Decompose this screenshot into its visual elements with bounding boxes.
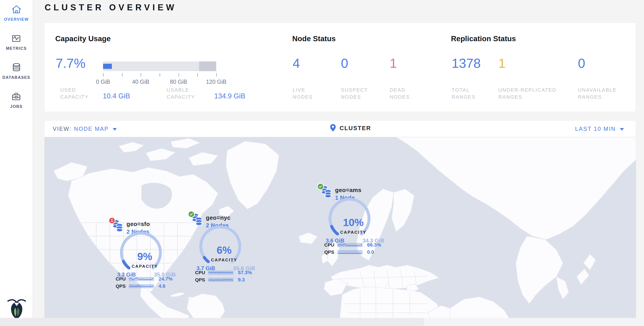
total-ranges-label: TOTALRANGES [452,86,476,100]
qps-metric-row: QPS 4.6 [116,283,166,289]
locality-name: geo=sfo [126,221,150,228]
capacity-bar: 0 GiB40 GiB80 GiB120 GiB [103,61,216,71]
status-badge [317,183,324,190]
breadcrumb: CLUSTER [330,124,371,133]
locality-name: geo=nyc [206,214,231,221]
gauge-percent: 9% [122,250,167,263]
node-map-card: VIEW: NODE MAP CLUSTER LAST 10 MIN [44,121,636,318]
breadcrumb-cluster: CLUSTER [340,125,371,132]
chevron-down-icon [620,128,624,131]
database-icon [11,62,22,73]
qps-metric-row: QPS 0.0 [324,249,374,255]
usable-capacity-label: USABLECAPACITY [167,86,195,100]
capacity-bar-reserved [199,61,216,71]
cpu-metric-row: CPU 24.7% [116,276,172,282]
sidebar-item-label: DATABASES [2,75,30,80]
sidebar-item-label: JOBS [10,104,22,109]
gauge-percent: 6% [202,244,247,256]
sidebar: OVERVIEW METRICS DATABASES [0,0,33,326]
qps-value: 0.0 [367,249,374,255]
chevron-down-icon [113,128,117,131]
cpu-value: 66.3% [367,242,381,248]
under-replicated-ranges-count: 1 [498,56,506,70]
qps-sparkline [129,284,154,288]
locality-name: geo=ams [335,187,362,194]
sidebar-item-label: OVERVIEW [4,17,29,22]
sidebar-item-databases[interactable]: DATABASES [2,62,30,80]
sidebar-item-overview[interactable]: OVERVIEW [4,4,29,22]
view-selector-dropdown[interactable]: NODE MAP [74,126,117,132]
usable-capacity-value: 134.9 GiB [214,92,245,100]
qps-sparkline [337,250,362,254]
cpu-metric-row: CPU 66.3% [324,242,381,248]
home-icon [11,4,22,15]
under-replicated-ranges-label: UNDER-REPLICATEDRANGES [498,86,556,100]
cpu-metric-row: CPU 57.3% [195,270,252,276]
status-badge [188,211,195,218]
view-label: VIEW: [53,126,72,132]
cpu-sparkline [129,277,154,281]
map-pin-icon [330,124,336,133]
map-toolbar: VIEW: NODE MAP CLUSTER LAST 10 MIN [44,121,636,137]
unavailable-ranges-count: 0 [578,56,585,70]
horizontal-scrollbar[interactable] [0,318,644,326]
suspect-nodes-count: 0 [341,56,348,70]
unavailable-ranges-label: UNAVAILABLERANGES [578,86,616,100]
gauge-percent: 10% [331,216,376,228]
dead-nodes-label: DEADNODES [390,86,410,100]
time-range-dropdown[interactable]: LAST 10 MIN [575,126,624,132]
qps-metric-row: QPS 9.3 [195,277,245,283]
locality-marker-sfo[interactable]: 1 geo=sfo 2 Nodes 9% CAPACITY 3.2 GiB 35 [111,219,183,293]
sidebar-item-label: METRICS [6,46,26,51]
capacity-usage-title: Capacity Usage [55,34,111,43]
cpu-value: 24.7% [158,276,172,282]
scrollbar-thumb[interactable] [0,318,424,326]
dead-nodes-count: 1 [390,56,397,70]
gauge-capacity-label: CAPACITY [120,264,170,269]
capacity-percent: 7.7% [56,56,86,70]
page-title: CLUSTER OVERVIEW [45,3,177,12]
capacity-bar-ticks: 0 GiB40 GiB80 GiB120 GiB [103,73,216,87]
live-nodes-label: LIVENODES [293,86,313,100]
qps-value: 4.6 [158,283,166,289]
metrics-icon [11,33,22,44]
status-badge: 1 [108,217,116,224]
sidebar-item-jobs[interactable]: JOBS [10,91,22,109]
total-ranges-count: 1378 [452,56,481,70]
cpu-sparkline [337,243,362,247]
cpu-value: 57.3% [238,270,252,276]
world-map: 1 geo=sfo 2 Nodes 9% CAPACITY 3.2 GiB 35 [44,137,636,318]
summary-card: Capacity Usage 7.7% 0 GiB40 GiB80 GiB120… [44,22,636,112]
cpu-sparkline [208,271,234,275]
suspect-nodes-label: SUSPECTNODES [341,86,368,100]
locality-marker-ams[interactable]: geo=ams 1 Node 10% CAPACITY 3.6 GiB 34.3… [320,185,392,259]
briefcase-icon [11,91,22,102]
node-status-title: Node Status [292,34,336,43]
capacity-bar-used [103,64,112,69]
replication-status-title: Replication Status [451,34,516,43]
gauge-capacity-label: CAPACITY [328,230,378,235]
qps-sparkline [208,278,234,282]
capacity-gauge: 9% CAPACITY 3.2 GiB 35.0 GiB [115,228,167,277]
sidebar-item-metrics[interactable]: METRICS [6,33,26,51]
live-nodes-count: 4 [293,56,300,70]
capacity-gauge: 10% CAPACITY 3.6 GiB 34.3 GiB [324,194,376,243]
cockroachdb-logo [0,297,33,320]
capacity-gauge: 6% CAPACITY 3.7 GiB 65.6 GiB [194,222,246,271]
used-capacity-label: USEDCAPACITY [60,86,88,100]
locality-marker-nyc[interactable]: geo=nyc 2 Nodes 6% CAPACITY 3.7 GiB 65.6… [190,212,263,287]
qps-value: 9.3 [238,277,245,283]
used-capacity-value: 10.4 GiB [103,92,130,100]
gauge-capacity-label: CAPACITY [199,258,249,263]
